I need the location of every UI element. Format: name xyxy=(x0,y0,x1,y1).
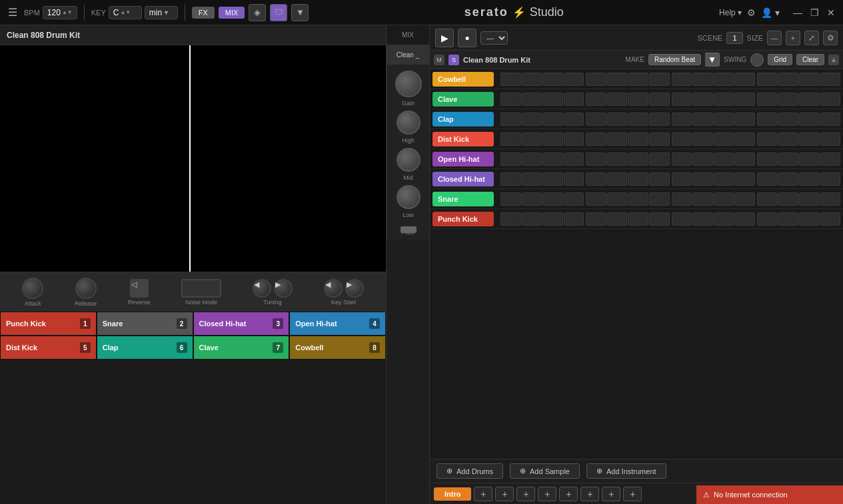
seq-cell-4-3[interactable] xyxy=(564,152,584,166)
seq-cell-6-0[interactable] xyxy=(500,192,521,206)
seq-cell-1-3[interactable] xyxy=(564,93,584,106)
mute-button[interactable]: M xyxy=(434,55,444,65)
seq-cell-4-2[interactable] xyxy=(542,152,563,166)
help-button[interactable]: Help ▾ xyxy=(719,8,742,17)
seq-cell-2-14[interactable] xyxy=(799,113,820,126)
seq-cell-0-11[interactable] xyxy=(734,73,755,86)
noise-mode-selector[interactable] xyxy=(181,279,221,298)
seq-cell-6-14[interactable] xyxy=(799,192,820,206)
menu-icon[interactable]: ☰ xyxy=(5,6,20,19)
seq-cell-7-3[interactable] xyxy=(564,212,584,226)
seq-cell-7-15[interactable] xyxy=(820,212,840,226)
settings-icon[interactable]: ⚙ xyxy=(747,7,756,18)
seq-cell-2-5[interactable] xyxy=(607,113,628,126)
seq-cell-7-13[interactable] xyxy=(778,212,798,226)
seq-cell-7-2[interactable] xyxy=(542,212,563,226)
seq-cell-5-8[interactable] xyxy=(672,172,692,186)
seq-cell-3-13[interactable] xyxy=(778,132,798,146)
seq-cell-0-5[interactable] xyxy=(607,73,628,86)
seq-cell-4-0[interactable] xyxy=(500,152,521,166)
icon-btn-3[interactable]: ▼ xyxy=(291,4,309,21)
seq-cell-6-8[interactable] xyxy=(672,192,692,206)
seq-cell-3-7[interactable] xyxy=(649,132,670,146)
seq-cell-5-12[interactable] xyxy=(757,172,778,186)
seq-cell-0-8[interactable] xyxy=(672,73,692,86)
seq-cell-4-11[interactable] xyxy=(734,152,755,166)
pad-clap[interactable]: Clap 6 xyxy=(97,336,193,360)
seq-cell-0-15[interactable] xyxy=(820,73,840,86)
waveform-area[interactable] xyxy=(0,45,386,272)
seq-cell-1-7[interactable] xyxy=(649,93,670,106)
seq-cell-1-14[interactable] xyxy=(799,93,820,106)
seq-cell-7-10[interactable] xyxy=(714,212,734,226)
seq-cell-1-4[interactable] xyxy=(586,93,606,106)
seq-cell-2-4[interactable] xyxy=(586,113,606,126)
seq-cell-5-3[interactable] xyxy=(564,172,584,186)
pad-snare[interactable]: Snare 2 xyxy=(97,312,193,336)
seq-cell-6-1[interactable] xyxy=(522,192,542,206)
pad-open-hihat[interactable]: Open Hi-hat 4 xyxy=(289,312,386,336)
seq-cell-3-5[interactable] xyxy=(607,132,628,146)
intro-scene-button[interactable]: Intro xyxy=(434,487,471,501)
seq-cell-2-10[interactable] xyxy=(714,113,734,126)
seq-cell-5-6[interactable] xyxy=(628,172,648,186)
seq-cell-6-6[interactable] xyxy=(628,192,648,206)
swing-knob[interactable] xyxy=(750,53,764,67)
mix-button[interactable]: MIX xyxy=(219,7,245,19)
tempo-dropdown[interactable]: — xyxy=(480,31,508,45)
seq-cell-3-10[interactable] xyxy=(714,132,734,146)
key-value[interactable]: C ▲▼ xyxy=(109,6,142,19)
seq-cell-0-12[interactable] xyxy=(757,73,778,86)
expand-button[interactable]: ⤢ xyxy=(804,31,819,45)
seq-cell-6-3[interactable] xyxy=(564,192,584,206)
seq-cell-5-5[interactable] xyxy=(607,172,628,186)
scene-add-btn-2[interactable]: + xyxy=(495,487,514,501)
pad-clave[interactable]: Clave 7 xyxy=(193,336,290,360)
seq-cell-5-4[interactable] xyxy=(586,172,606,186)
seq-cell-5-10[interactable] xyxy=(714,172,734,186)
seq-cell-4-14[interactable] xyxy=(799,152,820,166)
solo-button[interactable]: S xyxy=(448,55,459,65)
seq-cell-2-8[interactable] xyxy=(672,113,692,126)
user-icon[interactable]: 👤 ▾ xyxy=(761,7,780,18)
seq-cell-4-15[interactable] xyxy=(820,152,840,166)
seq-cell-3-0[interactable] xyxy=(500,132,521,146)
seq-cell-7-9[interactable] xyxy=(692,212,713,226)
seq-cell-6-7[interactable] xyxy=(649,192,670,206)
seq-cell-3-6[interactable] xyxy=(628,132,648,146)
seq-cell-6-2[interactable] xyxy=(542,192,563,206)
seq-cell-6-11[interactable] xyxy=(734,192,755,206)
seq-cell-1-11[interactable] xyxy=(734,93,755,106)
seq-cell-3-1[interactable] xyxy=(522,132,542,146)
gain-knob[interactable] xyxy=(395,71,422,97)
seq-cell-6-4[interactable] xyxy=(586,192,606,206)
scene-add-btn-3[interactable]: + xyxy=(516,487,535,501)
seq-cell-2-0[interactable] xyxy=(500,113,521,126)
seq-cell-2-12[interactable] xyxy=(757,113,778,126)
seq-cell-4-7[interactable] xyxy=(649,152,670,166)
seq-cell-3-12[interactable] xyxy=(757,132,778,146)
seq-cell-3-14[interactable] xyxy=(799,132,820,146)
seq-cell-5-2[interactable] xyxy=(542,172,563,186)
attack-knob[interactable] xyxy=(22,278,43,299)
seq-cell-6-9[interactable] xyxy=(692,192,713,206)
seq-cell-5-1[interactable] xyxy=(522,172,542,186)
seq-cell-6-12[interactable] xyxy=(757,192,778,206)
fader-thumb[interactable] xyxy=(401,226,417,233)
seq-cell-7-6[interactable] xyxy=(628,212,648,226)
fx-button[interactable]: FX xyxy=(192,7,215,19)
seq-cell-0-1[interactable] xyxy=(522,73,542,86)
tuning-left-btn[interactable]: ◀ xyxy=(253,279,271,298)
seq-cell-5-13[interactable] xyxy=(778,172,798,186)
seq-cell-2-9[interactable] xyxy=(692,113,713,126)
high-knob[interactable] xyxy=(397,111,421,134)
seq-cell-7-0[interactable] xyxy=(500,212,521,226)
seq-cell-0-4[interactable] xyxy=(586,73,606,86)
maximize-button[interactable]: ❐ xyxy=(808,7,822,18)
seq-cell-1-10[interactable] xyxy=(714,93,734,106)
seq-cell-2-15[interactable] xyxy=(820,113,840,126)
seq-cell-3-15[interactable] xyxy=(820,132,840,146)
seq-cell-1-9[interactable] xyxy=(692,93,713,106)
seq-cell-1-0[interactable] xyxy=(500,93,521,106)
seq-cell-7-8[interactable] xyxy=(672,212,692,226)
